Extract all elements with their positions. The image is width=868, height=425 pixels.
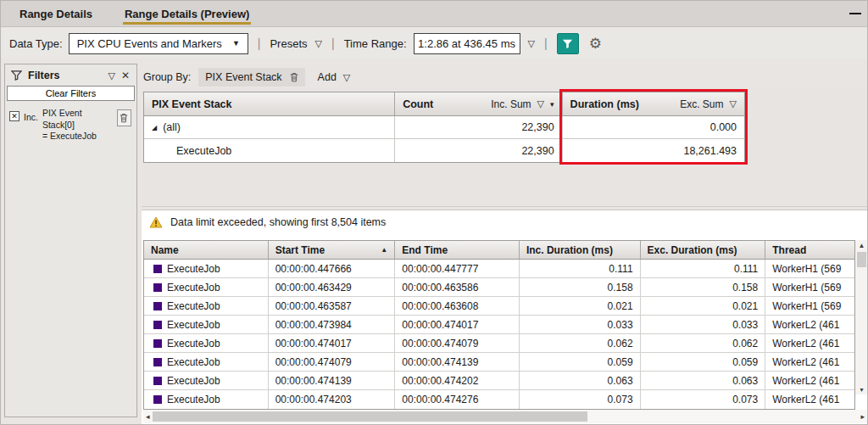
vertical-scrollbar-thumb[interactable] [857, 252, 866, 267]
summary-row-all[interactable]: ◢ (all) 22,390 0.000 [144, 116, 744, 139]
filter-checkbox[interactable]: ✕ [9, 111, 19, 121]
table-row[interactable]: ExecuteJob 00:00:00.474017 00:00:00.4740… [144, 334, 854, 353]
data-type-dropdown[interactable]: PIX CPU Events and Markers ▼ [69, 33, 248, 54]
filter-expression: PIX Event Stack[0] = ExecuteJob [42, 108, 113, 143]
thread: WorkerL2 (461 [765, 390, 854, 409]
presets-dropdown-icon[interactable]: ▽ [315, 38, 322, 49]
presets-label: Presets [270, 37, 307, 50]
summary-table-header: PIX Event Stack Count Inc. Sum ▽ ▾ Durat… [144, 92, 744, 116]
scroll-down-icon[interactable]: ▾ [855, 386, 868, 394]
thread: WorkerH1 (569 [765, 297, 854, 315]
tab-range-details-preview[interactable]: Range Details (Preview) [123, 1, 251, 26]
column-header-exc-duration[interactable]: Exc. Duration (ms) [641, 241, 766, 259]
table-row[interactable]: ExecuteJob 00:00:00.447666 00:00:00.4477… [144, 260, 854, 278]
start-time: 00:00:00.463429 [269, 278, 396, 296]
end-time: 00:00:00.474202 [395, 372, 520, 389]
column-header-thread[interactable]: Thread [765, 241, 854, 259]
minimize-icon[interactable] [849, 13, 861, 14]
end-time: 00:00:00.463586 [395, 278, 520, 296]
clear-filters-button[interactable]: Clear Filters [7, 86, 135, 101]
event-name: ExecuteJob [167, 375, 220, 387]
column-title: PIX Event Stack [152, 98, 232, 110]
trash-icon[interactable] [290, 72, 298, 82]
thread: WorkerL2 (461 [765, 372, 854, 389]
table-row[interactable]: ExecuteJob 00:00:00.474139 00:00:00.4742… [144, 372, 854, 390]
column-title: Count [403, 98, 433, 110]
tab-range-details[interactable]: Range Details [18, 1, 94, 26]
group-by-chip[interactable]: PIX Event Stack [198, 68, 304, 87]
filter-dropdown-icon[interactable]: ▽ [537, 98, 544, 109]
thread: WorkerH1 (569 [765, 260, 854, 277]
column-title: Exc. Duration (ms) [648, 244, 737, 256]
filters-panel-title: Filters [28, 70, 60, 81]
horizontal-scrollbar-thumb[interactable] [153, 411, 587, 422]
data-type-label: Data Type: [9, 37, 63, 50]
thread: WorkerH1 (569 [765, 278, 854, 296]
event-name: ExecuteJob [167, 319, 220, 331]
tab-bar: Range Details Range Details (Preview) [1, 1, 867, 27]
event-color-marker [153, 395, 162, 404]
event-color-marker [153, 339, 162, 348]
close-icon[interactable]: ✕ [121, 70, 130, 81]
inc-duration: 0.073 [520, 390, 641, 409]
filter-expression-line1: PIX Event Stack[0] [42, 108, 82, 130]
data-type-value: PIX CPU Events and Markers [77, 37, 222, 50]
exc-duration: 0.158 [641, 278, 766, 296]
table-row[interactable]: ExecuteJob 00:00:00.474203 00:00:00.4742… [144, 390, 854, 409]
event-name: ExecuteJob [167, 282, 220, 294]
column-header-pix-event-stack[interactable]: PIX Event Stack [144, 92, 395, 115]
time-range-input[interactable]: 1:2.86 at 436.45 ms [414, 33, 520, 54]
scroll-left-icon[interactable]: ◂ [146, 412, 150, 421]
filters-dropdown-icon[interactable]: ▽ [108, 70, 114, 81]
table-row[interactable]: ExecuteJob 00:00:00.463587 00:00:00.4636… [144, 297, 854, 316]
event-name: ExecuteJob [167, 263, 220, 275]
sort-ascending-icon: ▲ [381, 246, 387, 254]
table-row[interactable]: ExecuteJob 00:00:00.463429 00:00:00.4635… [144, 278, 854, 297]
column-header-duration[interactable]: Duration (ms) Exc. Sum ▽ [563, 92, 744, 115]
filter-dropdown-icon[interactable]: ▽ [730, 98, 737, 109]
column-header-inc-duration[interactable]: Inc. Duration (ms) [520, 241, 641, 259]
gear-icon[interactable]: ⚙ [589, 36, 602, 51]
menu-dropdown-icon[interactable]: ▾ [550, 100, 554, 109]
table-row[interactable]: ExecuteJob 00:00:00.473984 00:00:00.4740… [144, 316, 854, 334]
expander-icon[interactable]: ◢ [152, 124, 157, 131]
column-title: Duration (ms) [570, 98, 639, 110]
end-time: 00:00:00.463608 [395, 297, 520, 315]
exc-duration: 0.021 [641, 297, 766, 315]
time-range-dropdown-icon[interactable]: ▽ [528, 38, 535, 49]
time-range-label: Time Range: [344, 37, 407, 50]
vertical-scrollbar[interactable]: ▲ ▾ [855, 240, 868, 394]
exc-duration: 0.111 [641, 260, 766, 277]
event-name: ExecuteJob [167, 356, 220, 368]
filter-item: ✕ Inc. PIX Event Stack[0] = ExecuteJob [5, 101, 136, 143]
column-header-start-time[interactable]: Start Time ▲ [269, 241, 396, 259]
add-label: Add [318, 71, 337, 83]
event-name: ExecuteJob [167, 394, 220, 405]
horizontal-scrollbar[interactable]: ◂ ▸ [143, 410, 867, 423]
pix-range-details-window: Range Details Range Details (Preview) Da… [0, 0, 868, 425]
scroll-up-icon[interactable]: ▲ [855, 242, 868, 249]
event-color-marker [153, 265, 162, 273]
column-title: Inc. Duration (ms) [526, 244, 613, 256]
add-group-by[interactable]: Add ▽ [318, 71, 351, 83]
inc-duration: 0.062 [520, 334, 641, 352]
group-by-row: Group By: PIX Event Stack Add ▽ [143, 68, 350, 87]
summary-row-executejob[interactable]: ExecuteJob 22,390 18,261.493 [144, 139, 744, 162]
add-dropdown-icon: ▽ [343, 72, 350, 83]
table-row[interactable]: ExecuteJob 00:00:00.474079 00:00:00.4741… [144, 353, 854, 372]
filter-toggle-button[interactable] [557, 33, 579, 54]
column-header-end-time[interactable]: End Time [395, 241, 520, 259]
end-time: 00:00:00.474139 [395, 353, 520, 371]
inc-duration: 0.063 [520, 372, 641, 389]
toolbar-separator: | [544, 36, 548, 50]
column-header-count[interactable]: Count Inc. Sum ▽ ▾ [395, 92, 562, 115]
delete-filter-button[interactable] [117, 109, 131, 126]
column-header-name[interactable]: Name [144, 241, 269, 259]
count-value: 22,390 [395, 139, 562, 162]
inc-duration: 0.111 [520, 260, 641, 277]
scroll-right-icon[interactable]: ▸ [860, 412, 865, 421]
exc-duration: 0.033 [641, 316, 766, 333]
inc-duration: 0.021 [520, 297, 641, 315]
group-by-label: Group By: [143, 71, 191, 83]
end-time: 00:00:00.474079 [395, 334, 520, 352]
